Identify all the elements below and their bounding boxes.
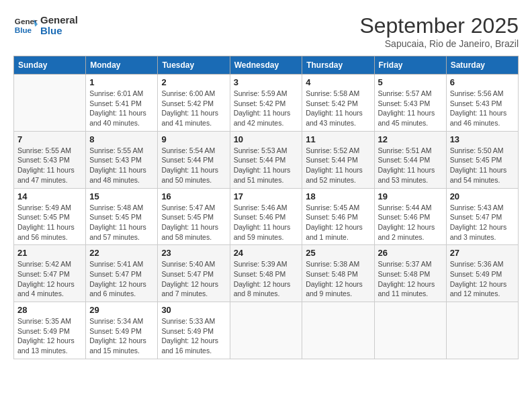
calendar-cell: 2Sunrise: 6:00 AM Sunset: 5:42 PM Daylig…: [158, 75, 230, 132]
day-info: Sunrise: 5:37 AM Sunset: 5:48 PM Dayligh…: [378, 259, 443, 299]
calendar-cell: [14, 75, 86, 132]
day-number: 21: [17, 248, 82, 258]
day-info: Sunrise: 5:54 AM Sunset: 5:44 PM Dayligh…: [161, 146, 226, 185]
calendar-cell: 16Sunrise: 5:47 AM Sunset: 5:45 PM Dayli…: [158, 188, 230, 245]
logo-icon: General Blue: [13, 13, 38, 38]
calendar-week-row: 14Sunrise: 5:49 AM Sunset: 5:45 PM Dayli…: [14, 188, 519, 245]
header-thursday: Thursday: [302, 56, 374, 75]
calendar-cell: [446, 302, 518, 359]
day-number: 13: [450, 134, 515, 144]
logo-general-text: General: [40, 15, 78, 26]
calendar-cell: 12Sunrise: 5:51 AM Sunset: 5:44 PM Dayli…: [374, 131, 446, 188]
header-tuesday: Tuesday: [158, 56, 230, 75]
calendar-cell: 10Sunrise: 5:53 AM Sunset: 5:44 PM Dayli…: [230, 131, 302, 188]
day-info: Sunrise: 5:39 AM Sunset: 5:48 PM Dayligh…: [234, 259, 299, 299]
day-info: Sunrise: 5:55 AM Sunset: 5:43 PM Dayligh…: [17, 146, 82, 185]
calendar-cell: 14Sunrise: 5:49 AM Sunset: 5:45 PM Dayli…: [14, 188, 86, 245]
day-info: Sunrise: 5:33 AM Sunset: 5:49 PM Dayligh…: [161, 316, 226, 356]
day-info: Sunrise: 5:58 AM Sunset: 5:42 PM Dayligh…: [306, 89, 370, 128]
calendar-cell: 23Sunrise: 5:40 AM Sunset: 5:47 PM Dayli…: [158, 245, 230, 302]
calendar-cell: 24Sunrise: 5:39 AM Sunset: 5:48 PM Dayli…: [230, 245, 302, 302]
calendar-cell: 8Sunrise: 5:55 AM Sunset: 5:43 PM Daylig…: [86, 131, 158, 188]
day-info: Sunrise: 5:57 AM Sunset: 5:43 PM Dayligh…: [378, 89, 443, 128]
day-info: Sunrise: 5:59 AM Sunset: 5:42 PM Dayligh…: [234, 89, 299, 128]
day-number: 19: [378, 191, 443, 201]
svg-text:Blue: Blue: [15, 26, 32, 34]
day-number: 28: [17, 305, 82, 315]
day-number: 10: [234, 134, 299, 144]
day-number: 18: [306, 191, 370, 201]
day-number: 6: [450, 77, 515, 87]
day-number: 7: [17, 134, 82, 144]
calendar-week-row: 7Sunrise: 5:55 AM Sunset: 5:43 PM Daylig…: [14, 131, 519, 188]
day-info: Sunrise: 5:51 AM Sunset: 5:44 PM Dayligh…: [378, 146, 443, 185]
day-number: 14: [17, 191, 82, 201]
day-info: Sunrise: 5:41 AM Sunset: 5:47 PM Dayligh…: [89, 259, 154, 299]
calendar-cell: 20Sunrise: 5:43 AM Sunset: 5:47 PM Dayli…: [446, 188, 518, 245]
day-number: 30: [161, 305, 226, 315]
day-info: Sunrise: 5:50 AM Sunset: 5:45 PM Dayligh…: [450, 146, 515, 185]
calendar-cell: 5Sunrise: 5:57 AM Sunset: 5:43 PM Daylig…: [374, 75, 446, 132]
header-wednesday: Wednesday: [230, 56, 302, 75]
day-info: Sunrise: 5:42 AM Sunset: 5:47 PM Dayligh…: [17, 259, 82, 299]
calendar-cell: 22Sunrise: 5:41 AM Sunset: 5:47 PM Dayli…: [86, 245, 158, 302]
calendar-cell: 27Sunrise: 5:36 AM Sunset: 5:49 PM Dayli…: [446, 245, 518, 302]
calendar-cell: 11Sunrise: 5:52 AM Sunset: 5:44 PM Dayli…: [302, 131, 374, 188]
calendar-cell: 6Sunrise: 5:56 AM Sunset: 5:43 PM Daylig…: [446, 75, 518, 132]
day-number: 2: [161, 77, 226, 87]
day-number: 25: [306, 248, 370, 258]
day-info: Sunrise: 5:48 AM Sunset: 5:45 PM Dayligh…: [89, 203, 154, 242]
day-number: 12: [378, 134, 443, 144]
day-info: Sunrise: 5:49 AM Sunset: 5:45 PM Dayligh…: [17, 203, 82, 242]
day-number: 22: [89, 248, 154, 258]
day-number: 29: [89, 305, 154, 315]
calendar-cell: 17Sunrise: 5:46 AM Sunset: 5:46 PM Dayli…: [230, 188, 302, 245]
calendar-cell: [374, 302, 446, 359]
header-friday: Friday: [374, 56, 446, 75]
day-info: Sunrise: 5:35 AM Sunset: 5:49 PM Dayligh…: [17, 316, 82, 356]
calendar-cell: [302, 302, 374, 359]
day-number: 8: [89, 134, 154, 144]
day-number: 24: [234, 248, 299, 258]
day-number: 9: [161, 134, 226, 144]
calendar-cell: 15Sunrise: 5:48 AM Sunset: 5:45 PM Dayli…: [86, 188, 158, 245]
header-monday: Monday: [86, 56, 158, 75]
day-number: 5: [378, 77, 443, 87]
calendar-header-row: SundayMondayTuesdayWednesdayThursdayFrid…: [14, 56, 519, 75]
day-number: 23: [161, 248, 226, 258]
day-info: Sunrise: 5:53 AM Sunset: 5:44 PM Dayligh…: [234, 146, 299, 185]
header-saturday: Saturday: [446, 56, 518, 75]
day-info: Sunrise: 6:00 AM Sunset: 5:42 PM Dayligh…: [161, 89, 226, 128]
day-number: 11: [306, 134, 370, 144]
day-info: Sunrise: 5:44 AM Sunset: 5:46 PM Dayligh…: [378, 203, 443, 242]
calendar-cell: 19Sunrise: 5:44 AM Sunset: 5:46 PM Dayli…: [374, 188, 446, 245]
day-info: Sunrise: 5:40 AM Sunset: 5:47 PM Dayligh…: [161, 259, 226, 299]
calendar-table: SundayMondayTuesdayWednesdayThursdayFrid…: [13, 56, 519, 359]
calendar-cell: 26Sunrise: 5:37 AM Sunset: 5:48 PM Dayli…: [374, 245, 446, 302]
page-header: General Blue General Blue September 2025…: [13, 13, 519, 49]
day-number: 16: [161, 191, 226, 201]
day-number: 27: [450, 248, 515, 258]
day-number: 4: [306, 77, 370, 87]
day-number: 26: [378, 248, 443, 258]
day-info: Sunrise: 5:45 AM Sunset: 5:46 PM Dayligh…: [306, 203, 370, 242]
logo-blue-text: Blue: [40, 26, 78, 37]
month-title: September 2025: [359, 13, 519, 38]
calendar-cell: 9Sunrise: 5:54 AM Sunset: 5:44 PM Daylig…: [158, 131, 230, 188]
calendar-cell: [230, 302, 302, 359]
day-number: 20: [450, 191, 515, 201]
calendar-cell: 18Sunrise: 5:45 AM Sunset: 5:46 PM Dayli…: [302, 188, 374, 245]
title-block: September 2025 Sapucaia, Rio de Janeiro,…: [359, 13, 519, 49]
day-info: Sunrise: 5:34 AM Sunset: 5:49 PM Dayligh…: [89, 316, 154, 356]
calendar-cell: 28Sunrise: 5:35 AM Sunset: 5:49 PM Dayli…: [14, 302, 86, 359]
day-number: 17: [234, 191, 299, 201]
day-info: Sunrise: 6:01 AM Sunset: 5:41 PM Dayligh…: [89, 89, 154, 128]
day-info: Sunrise: 5:43 AM Sunset: 5:47 PM Dayligh…: [450, 203, 515, 242]
calendar-cell: 21Sunrise: 5:42 AM Sunset: 5:47 PM Dayli…: [14, 245, 86, 302]
day-number: 1: [89, 77, 154, 87]
day-info: Sunrise: 5:46 AM Sunset: 5:46 PM Dayligh…: [234, 203, 299, 242]
day-info: Sunrise: 5:56 AM Sunset: 5:43 PM Dayligh…: [450, 89, 515, 128]
day-info: Sunrise: 5:55 AM Sunset: 5:43 PM Dayligh…: [89, 146, 154, 185]
location-subtitle: Sapucaia, Rio de Janeiro, Brazil: [359, 38, 519, 49]
calendar-week-row: 28Sunrise: 5:35 AM Sunset: 5:49 PM Dayli…: [14, 302, 519, 359]
